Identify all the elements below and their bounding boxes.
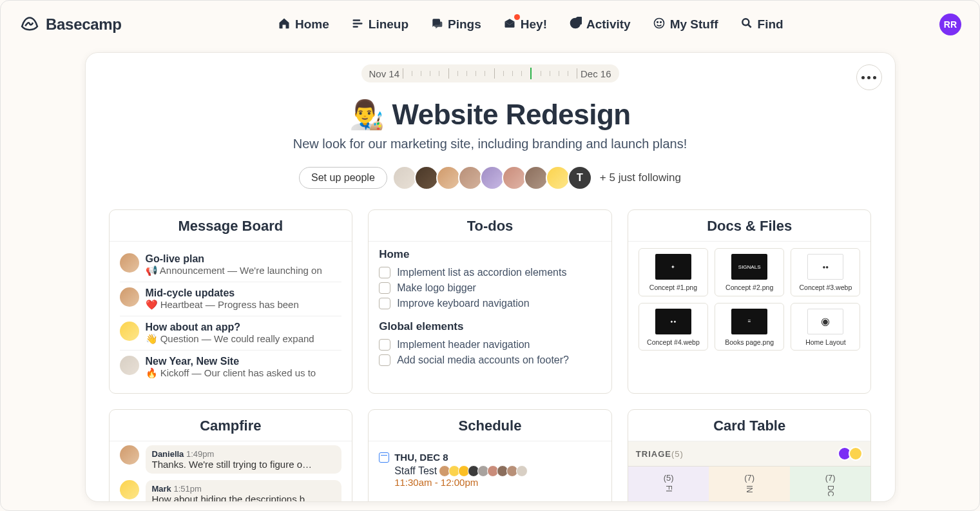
doc-thumb-icon: ≡: [731, 309, 767, 334]
docs-grid: ✦Concept #1.png SIGNALSConcept #2.png ●●…: [639, 248, 861, 351]
todo-item[interactable]: Implement header navigation: [379, 337, 601, 352]
setup-people-button[interactable]: Set up people: [299, 167, 387, 189]
todo-group-name[interactable]: Global elements: [379, 320, 601, 333]
schedule-card[interactable]: Schedule THU, DEC 8 Staff Test: [368, 409, 612, 502]
campfire-card[interactable]: Campfire Daniella 1:49pm Thanks. We're s…: [109, 409, 353, 502]
timeline-start: Nov 14: [369, 68, 400, 79]
schedule-date: THU, DEC 8: [379, 452, 601, 463]
timeline-ticks: [403, 68, 578, 79]
message-title: New Year, New Site: [146, 356, 342, 367]
message-item[interactable]: Go-live plan 📢 Announcement — We're laun…: [120, 248, 342, 282]
message-subtitle: ❤️ Heartbeat — Progress has been: [146, 299, 342, 311]
basecamp-logo-icon: [19, 12, 41, 37]
nav-home[interactable]: Home: [278, 17, 329, 33]
message-title: Go-live plan: [146, 253, 342, 265]
more-options-button[interactable]: [856, 64, 882, 90]
nav-lineup[interactable]: Lineup: [351, 17, 408, 33]
doc-caption: Concept #2.png: [718, 284, 781, 292]
nav-find[interactable]: Find: [740, 17, 783, 33]
checkbox-icon[interactable]: [379, 339, 390, 351]
avatar[interactable]: [546, 166, 570, 190]
docs-title: Docs & Files: [628, 210, 871, 242]
calendar-icon: [379, 452, 389, 463]
checkbox-icon[interactable]: [379, 267, 390, 278]
message-subtitle: 📢 Announcement — We're launching on: [146, 265, 342, 276]
schedule-entry[interactable]: THU, DEC 8 Staff Test: [379, 448, 601, 492]
message-item[interactable]: Mid-cycle updates ❤️ Heartbeat — Progres…: [120, 282, 342, 316]
doc-item[interactable]: ●●Concept #3.webp: [791, 248, 860, 296]
todos-card[interactable]: To-dos Home Implement list as accordion …: [368, 209, 612, 394]
nav-hey-label: Hey!: [521, 17, 547, 32]
nav-hey[interactable]: Hey!: [503, 17, 547, 33]
card-column[interactable]: (5)FI: [628, 467, 709, 502]
todo-item[interactable]: Improve keyboard navigation: [379, 296, 601, 311]
doc-item[interactable]: ⬥⬥Concept #4.webp: [639, 303, 708, 351]
avatar[interactable]: [480, 166, 504, 190]
message-subtitle: 👋 Question — We could really expand: [146, 333, 342, 345]
triage-count: (5): [671, 449, 684, 459]
project-card: Nov 14 Dec 16 👨‍🎨 Website Redesign New l…: [85, 52, 896, 502]
nav-activity[interactable]: Activity: [569, 17, 631, 33]
card-table-card[interactable]: Card Table TRIAGE(5) (5)FI (7)IN (7)DC: [628, 409, 872, 502]
doc-item[interactable]: ◉Home Layout: [791, 303, 860, 351]
card-column[interactable]: (7)IN: [709, 467, 790, 502]
avatar[interactable]: [524, 166, 548, 190]
team-avatars[interactable]: T: [395, 166, 592, 190]
chat-author: Mark: [152, 484, 171, 494]
topbar: Basecamp Home Lineup Pings Hey! Activity: [1, 1, 979, 48]
doc-caption: Home Layout: [794, 338, 857, 347]
card-table-title: Card Table: [628, 410, 871, 441]
svg-rect-0: [352, 19, 360, 21]
project-title: 👨‍🎨 Website Redesign: [109, 98, 872, 131]
nav-pings-label: Pings: [448, 17, 481, 32]
doc-item[interactable]: ≡Books page.png: [715, 303, 784, 351]
lineup-icon: [351, 17, 364, 33]
message-board-card[interactable]: Message Board Go-live plan 📢 Announcemen…: [109, 209, 353, 394]
todo-item[interactable]: Add social media accounts on footer?: [379, 352, 601, 368]
profile-avatar[interactable]: RR: [939, 14, 961, 35]
nav-lineup-label: Lineup: [369, 17, 408, 32]
project-description: New look for our marketing site, includi…: [109, 137, 872, 151]
checkbox-icon[interactable]: [379, 354, 390, 366]
brand[interactable]: Basecamp: [19, 12, 122, 37]
svg-rect-1: [352, 23, 362, 24]
brand-name: Basecamp: [46, 15, 122, 34]
todo-item[interactable]: Make logo bigger: [379, 280, 601, 296]
doc-item[interactable]: ✦Concept #1.png: [639, 248, 708, 296]
doc-thumb-icon: SIGNALS: [731, 254, 767, 280]
notification-dot: [514, 14, 520, 20]
avatar[interactable]: [458, 166, 483, 190]
doc-caption: Concept #4.webp: [642, 338, 705, 347]
chat-message[interactable]: Mark 1:51pm How about hiding the descrip…: [120, 480, 342, 502]
docs-card[interactable]: Docs & Files ✦Concept #1.png SIGNALSConc…: [628, 209, 872, 394]
card-column[interactable]: (7)DC: [790, 467, 871, 502]
checkbox-icon[interactable]: [379, 298, 390, 309]
nav-mystuff[interactable]: My Stuff: [653, 17, 718, 33]
triage-row[interactable]: TRIAGE(5): [628, 441, 871, 467]
avatar: [120, 322, 139, 341]
todo-group-name[interactable]: Home: [379, 248, 601, 261]
todo-item[interactable]: Implement list as accordion elements: [379, 265, 601, 280]
activity-icon: [569, 17, 582, 33]
message-subtitle: 🔥 Kickoff — Our client has asked us to: [146, 367, 342, 379]
profile-initials: RR: [944, 19, 957, 30]
svg-point-3: [654, 18, 664, 28]
message-item[interactable]: How about an app? 👋 Question — We could …: [120, 316, 342, 351]
pings-icon: [430, 17, 443, 33]
chat-time: 1:51pm: [173, 484, 201, 494]
nav-pings[interactable]: Pings: [430, 17, 481, 33]
chat-author: Daniella: [152, 449, 184, 459]
avatar[interactable]: [392, 166, 417, 190]
timeline-pill[interactable]: Nov 14 Dec 16: [361, 64, 619, 82]
avatar[interactable]: [502, 166, 526, 190]
chat-message[interactable]: Daniella 1:49pm Thanks. We're still tryi…: [120, 445, 342, 474]
checkbox-icon[interactable]: [379, 282, 390, 294]
message-item[interactable]: New Year, New Site 🔥 Kickoff — Our clien…: [120, 351, 342, 384]
doc-item[interactable]: SIGNALSConcept #2.png: [715, 248, 784, 296]
avatar[interactable]: [436, 166, 461, 190]
avatar[interactable]: [414, 166, 439, 190]
message-board-title: Message Board: [110, 210, 352, 242]
avatar-letter[interactable]: T: [568, 166, 592, 190]
chat-text: Thanks. We're still trying to figure o…: [152, 459, 336, 470]
doc-thumb-icon: ◉: [807, 309, 843, 334]
